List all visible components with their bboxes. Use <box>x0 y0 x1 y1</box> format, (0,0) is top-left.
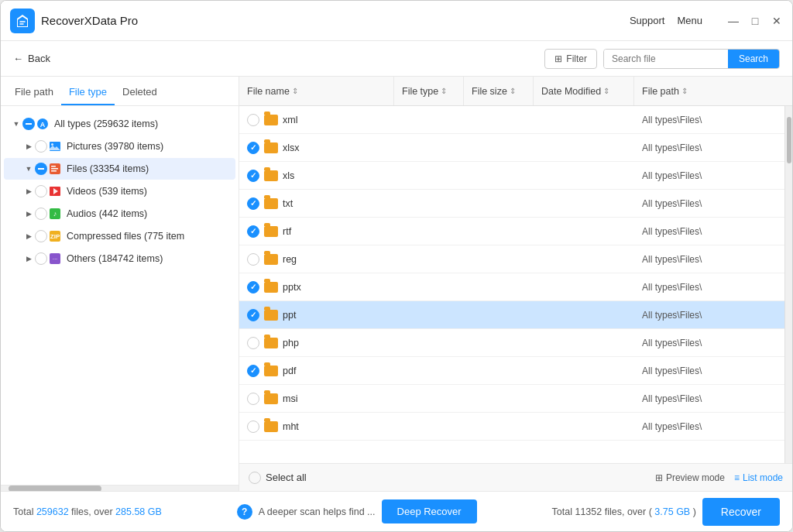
audios-icon: ♪ <box>47 206 63 221</box>
file-check[interactable] <box>247 420 259 433</box>
tree-item-pictures[interactable]: ▶ Pictures (39780 items) <box>4 136 235 157</box>
col-header-name[interactable]: File name ⇕ <box>239 77 394 105</box>
tab-filepath[interactable]: File path <box>7 80 61 105</box>
file-cell-name: txt <box>239 190 394 217</box>
footer-center: ? A deeper scan helps find ... Deep Reco… <box>168 499 546 523</box>
expand-icon-others: ▶ <box>22 252 35 265</box>
file-check[interactable] <box>247 309 259 321</box>
table-row[interactable]: reg All types\Files\ <box>239 245 784 273</box>
file-check[interactable] <box>247 365 259 377</box>
sort-icon-type: ⇕ <box>441 87 447 95</box>
file-cell-date <box>534 245 634 273</box>
file-cell-date <box>534 301 634 328</box>
table-row[interactable]: msi All types\Files\ <box>239 385 784 413</box>
file-check[interactable] <box>247 253 259 266</box>
menu-link[interactable]: Menu <box>677 15 702 26</box>
check-pictures[interactable] <box>35 140 47 153</box>
tab-filetype[interactable]: File type <box>61 80 115 105</box>
expand-icon-all: ▼ <box>10 118 22 130</box>
col-header-date[interactable]: Date Modified ⇕ <box>534 77 634 105</box>
result-prefix: Total <box>552 506 575 517</box>
check-audios[interactable] <box>35 208 47 220</box>
table-row[interactable]: mht All types\Files\ <box>239 413 784 441</box>
check-files[interactable] <box>35 163 47 175</box>
file-check[interactable] <box>247 393 259 405</box>
col-header-type[interactable]: File type ⇕ <box>394 77 464 105</box>
col-header-path[interactable]: File path ⇕ <box>634 77 792 105</box>
select-all-control[interactable]: Select all <box>249 472 307 484</box>
pictures-icon <box>47 139 63 154</box>
tab-deleted[interactable]: Deleted <box>115 80 165 105</box>
svg-text:A: A <box>40 121 46 129</box>
file-check[interactable] <box>247 225 259 238</box>
file-cell-size <box>464 218 534 245</box>
info-icon: ? <box>237 504 252 520</box>
file-list-header: File name ⇕ File type ⇕ File size ⇕ Date… <box>239 77 792 106</box>
file-check[interactable] <box>247 197 259 210</box>
file-name: reg <box>283 254 297 265</box>
file-cell-size <box>464 134 534 161</box>
tree-item-compressed[interactable]: ▶ ZIP Compressed files (775 item <box>4 225 235 247</box>
tree-item-others[interactable]: ▶ ··· Others (184742 items) <box>4 248 235 269</box>
search-input[interactable] <box>604 50 728 68</box>
file-type-icon <box>264 141 278 155</box>
search-button[interactable]: Search <box>728 50 779 68</box>
back-arrow-icon: ← <box>13 53 23 64</box>
table-row[interactable]: pptx All types\Files\ <box>239 273 784 301</box>
file-check[interactable] <box>247 337 259 349</box>
list-mode-button[interactable]: ≡ List mode <box>734 472 783 483</box>
col-type-label: File type <box>402 86 438 97</box>
check-compressed[interactable] <box>35 230 47 242</box>
table-row[interactable]: pdf All types\Files\ <box>239 357 784 385</box>
file-cell-name: pdf <box>239 357 394 384</box>
check-all[interactable] <box>22 118 35 130</box>
expand-icon-audios: ▶ <box>22 208 35 220</box>
minimize-button[interactable]: — <box>727 15 740 27</box>
tree-label-audios: Audios (442 items) <box>67 208 147 219</box>
table-row[interactable]: rtf All types\Files\ <box>239 218 784 245</box>
file-name: msi <box>283 393 297 404</box>
table-row[interactable]: txt All types\Files\ <box>239 190 784 218</box>
table-row[interactable]: php All types\Files\ <box>239 329 784 357</box>
file-check[interactable] <box>247 170 259 182</box>
select-all-checkbox[interactable] <box>249 472 261 484</box>
file-cell-name: php <box>239 329 394 356</box>
table-row[interactable]: xlsx All types\Files\ <box>239 134 784 162</box>
result-text: files, over ( <box>605 506 652 517</box>
file-check[interactable] <box>247 281 259 293</box>
check-others[interactable] <box>35 252 47 265</box>
preview-mode-button[interactable]: ⊞ Preview mode <box>655 472 725 483</box>
close-button[interactable]: ✕ <box>771 15 783 27</box>
tree-item-videos[interactable]: ▶ Videos (539 items) <box>4 180 235 202</box>
vertical-scrollbar[interactable] <box>784 106 792 463</box>
support-link[interactable]: Support <box>630 15 665 26</box>
col-header-size[interactable]: File size ⇕ <box>464 77 534 105</box>
file-cell-size <box>464 106 534 133</box>
file-check[interactable] <box>247 142 259 154</box>
expand-icon-compressed: ▶ <box>22 230 35 242</box>
maximize-button[interactable]: □ <box>749 15 761 27</box>
table-row[interactable]: ppt All types\Files\ <box>239 301 784 329</box>
select-bar: Select all ⊞ Preview mode ≡ List mode <box>239 463 792 491</box>
back-label: Back <box>28 53 50 64</box>
deep-recover-button[interactable]: Deep Recover <box>382 499 477 523</box>
svg-text:···: ··· <box>53 256 58 263</box>
file-cell-date <box>534 162 634 189</box>
tree-item-audios[interactable]: ▶ ♪ Audios (442 items) <box>4 203 235 225</box>
file-check[interactable] <box>247 114 259 126</box>
compressed-icon: ZIP <box>47 228 63 244</box>
table-row[interactable]: xml All types\Files\ <box>239 106 784 134</box>
tree-item-all[interactable]: ▼ A All types (259632 items) <box>4 113 235 135</box>
check-videos[interactable] <box>35 185 47 197</box>
titlebar-actions: Support Menu — □ ✕ <box>630 15 783 27</box>
svg-point-3 <box>51 143 53 146</box>
filter-button[interactable]: ⊞ Filter <box>544 49 597 69</box>
file-type-icon <box>264 392 278 406</box>
table-row[interactable]: xls All types\Files\ <box>239 162 784 190</box>
tree-item-files[interactable]: ▼ Files (33354 items) <box>4 158 235 180</box>
back-button[interactable]: ← Back <box>13 53 50 64</box>
expand-icon-videos: ▶ <box>22 185 35 197</box>
sidebar: File path File type Deleted ▼ A All type… <box>1 77 239 491</box>
file-name: xlsx <box>283 142 300 153</box>
recover-button[interactable]: Recover <box>702 498 780 526</box>
